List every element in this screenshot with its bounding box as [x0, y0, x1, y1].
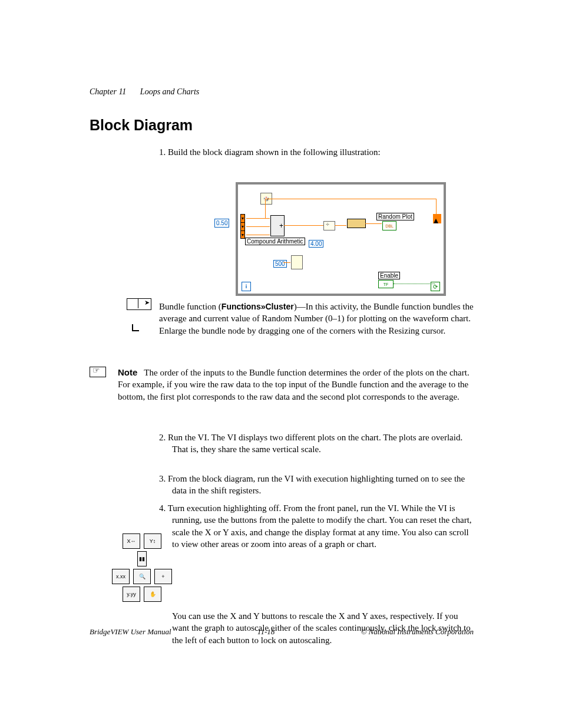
random-plot-label: Random Plot [376, 213, 414, 220]
plus-icon: + [279, 222, 283, 230]
chapter-number: Chapter 11 [90, 87, 126, 96]
metronome-icon [291, 255, 303, 269]
footer-right: © National Instruments Corporation [361, 627, 474, 637]
x-format-button[interactable]: x.xx [112, 569, 130, 584]
note-icon [90, 367, 106, 377]
wire [246, 226, 270, 227]
wire [246, 235, 270, 235]
note-block: Note The order of the inputs to the Bund… [118, 367, 474, 403]
constant-500: 500 [273, 260, 287, 268]
iteration-terminal: i [242, 282, 251, 291]
wire [246, 218, 270, 219]
shift-register-cell: ▾ [240, 222, 245, 230]
random-plot-terminal: DBL [382, 221, 396, 230]
crosshair-button[interactable]: + [154, 569, 172, 584]
note-body: The order of the inputs to the Bundle fu… [118, 368, 470, 401]
divide-node [323, 221, 335, 230]
y-autoscale-button[interactable]: Y↕ [144, 533, 161, 549]
wire-boolean [394, 284, 435, 285]
bundle-description: Bundle function (Functions»Cluster)—In t… [159, 301, 474, 337]
compound-arithmetic-node: + [270, 215, 285, 236]
chart-palette: X↔ Y↕ ▮▮ x.xx 🔍 + y.yy ✋ [112, 533, 172, 604]
shift-register-right: ▴ [433, 214, 441, 223]
wire [265, 199, 266, 218]
bundle-node [347, 219, 366, 228]
shift-register-cell: ▾ [240, 214, 245, 222]
section-heading: Block Diagram [90, 117, 193, 134]
resizing-cursor-icon [132, 323, 140, 331]
bundle-desc-a: Bundle function ( [159, 302, 222, 311]
shift-register-cell: ▾ [240, 230, 245, 239]
enable-terminal: TF [378, 280, 394, 288]
x-autoscale-button[interactable]: X↔ [123, 533, 140, 549]
pause-button[interactable]: ▮▮ [137, 551, 147, 566]
step-1: 1. Build the block diagram shown in the … [159, 146, 474, 158]
bundle-palette-icon [127, 298, 151, 310]
footer-left: BridgeVIEW User Manual [90, 627, 171, 637]
enable-label: Enable [378, 272, 400, 279]
page-footer: BridgeVIEW User Manual 11-18 © National … [90, 627, 474, 637]
pan-button[interactable]: ✋ [144, 587, 161, 602]
step-2: 2. Run the VI. The VI displays two diffe… [159, 431, 474, 456]
wire [284, 225, 323, 226]
constant-0-50: 0.50 [214, 219, 229, 228]
wire [335, 225, 346, 226]
step-3: 3. From the block diagram, run the VI wi… [159, 473, 474, 497]
footer-page-number: 11-18 [257, 627, 275, 637]
compound-arithmetic-label: Compound Arithmetic [245, 238, 305, 245]
y-format-button[interactable]: y.yy [123, 587, 140, 602]
page-header: Chapter 11 Loops and Charts [90, 87, 199, 97]
shift-register-left: ▾ ▾ ▾ [240, 214, 245, 239]
wire [436, 199, 437, 219]
bundle-desc-b: Functions»Cluster [222, 302, 294, 311]
wire [283, 262, 290, 263]
constant-4: 4.00 [309, 240, 323, 248]
note-label: Note [118, 367, 137, 377]
while-loop-frame: ▾ ▾ ▾ 🎲 + Compound Arithmetic 4.00 Rando… [236, 182, 446, 296]
step-4a: 4. Turn execution highlighting off. From… [159, 502, 474, 550]
wire [365, 223, 382, 224]
wire [265, 199, 436, 199]
chapter-title: Loops and Charts [140, 87, 199, 96]
zoom-button[interactable]: 🔍 [133, 569, 151, 584]
